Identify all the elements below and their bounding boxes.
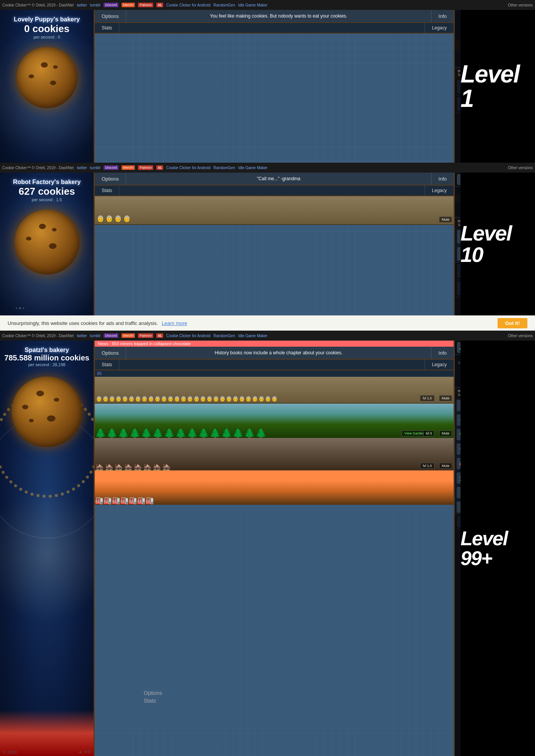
tree4: 🌲	[129, 429, 141, 438]
idle-game-l10[interactable]: Idle Game Maker	[238, 166, 268, 170]
level1-message: You feel like making cookies. But nobody…	[126, 10, 431, 22]
g27: 👵	[265, 396, 271, 402]
g4: 👵	[115, 396, 122, 402]
top-nav-level99: Cookie Clicker™ © Orteil, 2019 - DashNet…	[0, 331, 535, 341]
mute-mine[interactable]: Mute	[439, 463, 452, 469]
randomgen-l99[interactable]: RandomGen	[214, 334, 235, 338]
level1-left-panel: Lovely Puppy's bakery 0 cookies per seco…	[0, 10, 94, 163]
level10-stats-btn[interactable]: Stats	[95, 186, 119, 195]
factory2: 🏭	[103, 496, 112, 505]
tree2: 🌲	[106, 429, 118, 438]
level99-game-area: 🏭 🏭 🏭 🏭 🏭 🏭 🏭	[95, 470, 454, 728]
nav-patreon-badge[interactable]: Patreon	[138, 3, 153, 7]
level1-info-btn[interactable]: Info	[431, 10, 454, 22]
level10-top-controls: Options "Call me..." -grandma Info	[95, 173, 454, 186]
android-l99[interactable]: Cookie Clicker for Android	[166, 334, 211, 338]
tree6: 🌲	[152, 429, 164, 438]
nav-other-versions[interactable]: Other versions	[508, 3, 533, 7]
randomgen-l10[interactable]: RandomGen	[214, 166, 235, 170]
discord-l99[interactable]: Discord	[104, 333, 118, 338]
level10-legacy-btn[interactable]: Legacy	[425, 186, 454, 195]
level1-cookie[interactable]	[16, 47, 78, 108]
level-badge-number: 65	[97, 371, 102, 376]
g19: 👵	[213, 396, 219, 402]
mine-entry8: 🏚️	[162, 463, 171, 470]
tree9: 🌲	[186, 429, 198, 438]
level1-options-btn[interactable]: Options	[95, 10, 126, 22]
level99-message: History books now include a whole chapte…	[126, 347, 431, 359]
level10-bakery-name: Robot Factory's bakery	[13, 179, 81, 186]
level10-left-panel: Robot Factory's bakery 627 cookies per s…	[0, 173, 94, 325]
level99-options-btn[interactable]: Options	[95, 347, 126, 359]
tree10: 🌲	[198, 429, 209, 438]
level99-stats-row: Stats Legacy	[95, 360, 454, 370]
tree1: 🌲	[95, 429, 106, 438]
factory6: 🏭	[137, 496, 145, 505]
idle-l99[interactable]: Idle Game Maker	[238, 334, 268, 338]
level10-label-text: Level 10	[460, 223, 535, 265]
merch-l99[interactable]: Merch!	[122, 333, 135, 338]
tree14: 🌲	[244, 429, 255, 438]
level10-options-btn[interactable]: Options	[95, 173, 126, 185]
level1-middle-panel: Options You feel like making cookies. Bu…	[94, 10, 455, 163]
other-versions-l99[interactable]: Other versions	[508, 334, 533, 338]
nav-twitter-l10[interactable]: twitter	[77, 166, 87, 170]
fire-scene: 🏭 🏭 🏭 🏭 🏭 🏭 🏭	[95, 470, 454, 505]
tree13: 🌲	[232, 429, 244, 438]
got-it-button[interactable]: Got it!	[498, 318, 527, 328]
level10-cookie[interactable]	[15, 210, 79, 275]
g9: 👵	[148, 396, 154, 402]
tree7: 🌲	[164, 429, 175, 438]
level1-stats-btn[interactable]: Stats	[95, 23, 119, 33]
level99-legacy-btn[interactable]: Legacy	[425, 360, 454, 370]
learn-more-link[interactable]: Learn more	[162, 320, 187, 326]
merch-l10[interactable]: Merch!	[122, 165, 135, 170]
level99-cookie[interactable]	[11, 376, 82, 447]
level99-label-text: Level 99+	[460, 528, 535, 568]
patreon-l10[interactable]: Patreon	[138, 165, 153, 170]
stats-label-bottom[interactable]: Stats	[144, 698, 162, 704]
other-versions-l10[interactable]: Other versions	[508, 166, 533, 170]
patreon-l99[interactable]: Patreon	[138, 333, 153, 338]
level99-cookie-count: 785.588 million cookies	[4, 354, 89, 362]
level10-info-btn[interactable]: Info	[431, 173, 454, 185]
g15: 👵	[187, 396, 193, 402]
level10-section: Cookie Clicker™ © Orteil, 2019 - DashNet…	[0, 163, 535, 315]
nav-tumblr[interactable]: tumblr	[90, 3, 101, 7]
nav-merch-badge[interactable]: Merch!	[122, 3, 135, 7]
news-ticker: News : 654 miners trapped in collapsed c…	[95, 341, 454, 347]
level1-label: Level 1	[460, 10, 535, 163]
grandma-pixel: 👵	[114, 215, 122, 222]
nav-twitter-l99[interactable]: twitter	[77, 334, 87, 338]
discord-l10[interactable]: Discord	[104, 165, 118, 170]
nav-brand-l10: Cookie Clicker™ © Orteil, 2019 - DashNet	[2, 166, 74, 170]
factory7: 🏭	[145, 496, 154, 505]
red-platform	[0, 710, 94, 756]
level99-label: Level 99+	[460, 341, 535, 756]
g28: 👵	[271, 396, 277, 402]
level99-left-panel: Spatzl's bakery 785.588 million cookies …	[0, 341, 94, 756]
nav-randomgen[interactable]: RandomGen	[214, 3, 235, 7]
nav-idle-game[interactable]: Idle Game Maker	[238, 3, 268, 7]
mute-farm[interactable]: Mute	[439, 430, 452, 436]
g13: 👵	[174, 396, 180, 402]
nav-tumblr-l99[interactable]: tumblr	[90, 334, 101, 338]
level99-info-btn[interactable]: Info	[431, 347, 454, 359]
options-label-bottom[interactable]: Options	[144, 690, 162, 696]
g18: 👵	[206, 396, 212, 402]
arrow-up-icon[interactable]: ▲	[78, 750, 82, 754]
factory3: 🏭	[112, 496, 120, 505]
nav-discord-badge[interactable]: Discord	[104, 3, 118, 7]
android-l10[interactable]: Cookie Clicker for Android	[166, 166, 211, 170]
tree3: 🌲	[118, 429, 129, 438]
mine-entry1: 🏚️	[95, 463, 104, 470]
nav-android[interactable]: Cookie Clicker for Android	[166, 3, 211, 7]
mute-btn-l10[interactable]: Mute	[439, 216, 452, 223]
level1-legacy-btn[interactable]: Legacy	[425, 23, 454, 33]
grandma-lvl-badge: lvl 1.0	[420, 395, 434, 401]
mute-grandma-l99[interactable]: Mute	[439, 395, 452, 401]
nav-twitter[interactable]: twitter	[77, 3, 87, 7]
level99-stats-btn[interactable]: Stats	[95, 360, 119, 370]
nav-tumblr-l10[interactable]: tumblr	[90, 166, 101, 170]
mine-entry6: 🏚️	[143, 463, 152, 470]
